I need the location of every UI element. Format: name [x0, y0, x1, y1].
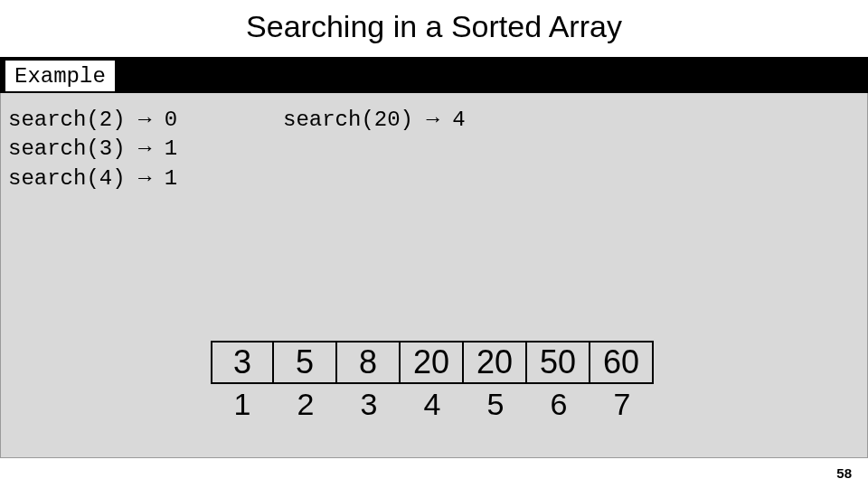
array-index: 1 — [211, 384, 274, 424]
array-index: 3 — [337, 384, 401, 424]
array-index: 5 — [464, 384, 527, 424]
example-label: Example — [4, 59, 117, 91]
array-cell: 60 — [590, 341, 654, 384]
array-index: 7 — [590, 384, 654, 424]
array-cell: 3 — [211, 341, 274, 384]
array-cell: 5 — [274, 341, 337, 384]
example-bar: Example — [0, 57, 868, 93]
search-calls-left: search(2) → 0 search(3) → 1 search(4) → … — [8, 106, 177, 193]
array-indices-row: 1 2 3 4 5 6 7 — [211, 384, 654, 424]
array-cell: 20 — [464, 341, 527, 384]
array-index: 2 — [274, 384, 337, 424]
page-number: 58 — [836, 465, 852, 481]
array-diagram: 3 5 8 20 20 50 60 1 2 3 4 5 6 7 — [211, 341, 654, 424]
array-cell: 20 — [401, 341, 464, 384]
array-values-row: 3 5 8 20 20 50 60 — [211, 341, 654, 384]
search-calls-right: search(20) → 4 — [283, 106, 466, 135]
array-index: 4 — [401, 384, 464, 424]
content-area: search(2) → 0 search(3) → 1 search(4) → … — [0, 93, 868, 458]
slide-title: Searching in a Sorted Array — [0, 0, 868, 57]
array-index: 6 — [527, 384, 590, 424]
array-cell: 8 — [337, 341, 401, 384]
array-cell: 50 — [527, 341, 590, 384]
